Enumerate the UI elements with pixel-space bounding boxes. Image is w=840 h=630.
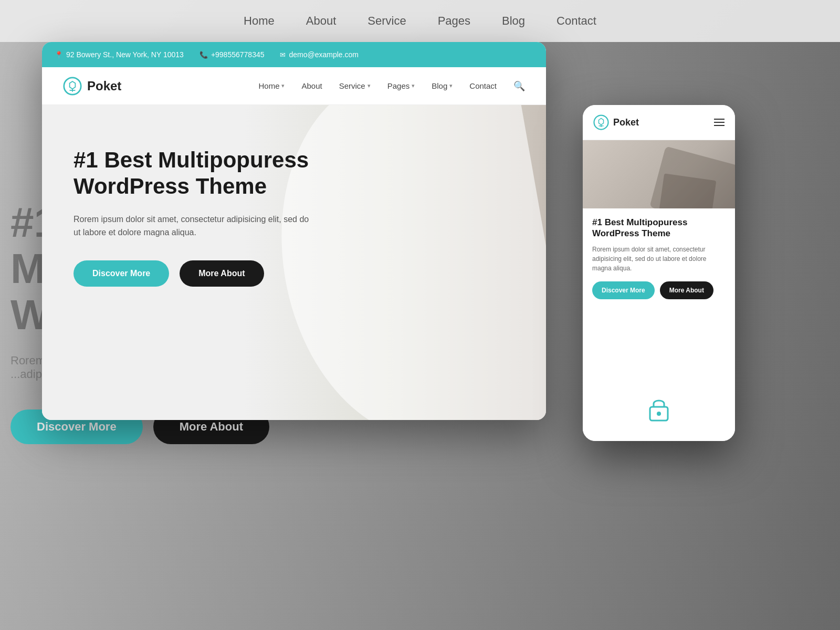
bg-nav-blog: Blog [502,14,525,28]
lock-icon [646,395,672,424]
hamburger-line-3 [714,125,724,126]
phone-brand-name: Poket [613,117,639,128]
topbar-address-text: 92 Bowery St., New York, NY 10013 [66,50,184,59]
browser-navbar: Poket Home ▾ About Service ▾ Pages ▾ Blo… [42,67,546,105]
topbar-phone-text: +998556778345 [211,50,265,59]
phone-brand-logo [593,114,609,130]
svg-point-7 [657,412,661,416]
nav-pages[interactable]: Pages ▾ [387,81,415,90]
bg-nav-home: Home [244,14,275,28]
service-chevron: ▾ [368,82,371,89]
bg-nav-about: About [306,14,337,28]
topbar-email-text: demo@example.com [289,50,359,59]
phone-hero-title: #1 Best Multipopuress WordPress Theme [592,217,726,239]
nav-service[interactable]: Service ▾ [339,81,371,90]
phone-discover-button[interactable]: Discover More [592,281,655,299]
home-chevron: ▾ [281,82,285,89]
hero-title: #1 Best Multipopuress WordPress Theme [74,147,326,200]
location-icon: 📍 [55,51,63,59]
topbar-address: 📍 92 Bowery St., New York, NY 10013 [55,50,184,59]
phone-bottom-area [583,378,735,441]
phone-hero-buttons: Discover More More About [592,281,726,299]
desktop-browser-mockup: 📍 92 Bowery St., New York, NY 10013 📞 +9… [42,42,546,420]
more-about-button[interactable]: More About [180,260,264,287]
blog-chevron: ▾ [449,82,453,89]
hero-content: #1 Best Multipopuress WordPress Theme Ro… [42,105,546,329]
svg-point-3 [594,116,608,130]
topbar-phone: 📞 +998556778345 [200,50,265,59]
phone-about-button[interactable]: More About [660,281,713,299]
browser-hero: #1 Best Multipopuress WordPress Theme Ro… [42,105,546,420]
phone-content: #1 Best Multipopuress WordPress Theme Ro… [583,208,735,308]
bg-nav-pages: Pages [438,14,470,28]
phone-brand: Poket [593,114,639,130]
hero-buttons: Discover More More About [74,260,514,287]
nav-home[interactable]: Home ▾ [258,81,285,90]
phone-icon: 📞 [200,51,208,59]
nav-blog[interactable]: Blog ▾ [432,81,453,90]
brand-logo-icon [63,77,82,96]
topbar: 📍 92 Bowery St., New York, NY 10013 📞 +9… [42,42,546,67]
background-nav: Home About Service Pages Blog Contact [0,0,840,42]
hero-description: Rorem ipsum dolor sit amet, consectetur … [74,213,315,239]
hamburger-line-2 [714,122,724,123]
svg-point-0 [64,77,81,94]
bg-nav-service: Service [368,14,406,28]
brand-logo-area: Poket [63,77,121,96]
hamburger-line-1 [714,119,724,120]
search-icon[interactable]: 🔍 [513,80,525,92]
phone-hero-image [583,140,735,208]
discover-more-button[interactable]: Discover More [74,260,169,287]
nav-links: Home ▾ About Service ▾ Pages ▾ Blog ▾ Co… [258,80,525,92]
nav-about[interactable]: About [301,81,322,90]
nav-contact[interactable]: Contact [469,81,497,90]
pages-chevron: ▾ [412,82,415,89]
phone-header: Poket [583,105,735,140]
bg-nav-contact: Contact [556,14,596,28]
hamburger-menu[interactable] [714,119,724,126]
phone-hero-description: Rorem ipsum dolor sit amet, consectetur … [592,245,726,273]
mobile-mockup: Poket #1 Best Multipopuress WordPress Th… [583,105,735,441]
brand-name: Poket [87,79,121,93]
email-icon: ✉ [280,51,286,59]
topbar-email: ✉ demo@example.com [280,50,359,59]
